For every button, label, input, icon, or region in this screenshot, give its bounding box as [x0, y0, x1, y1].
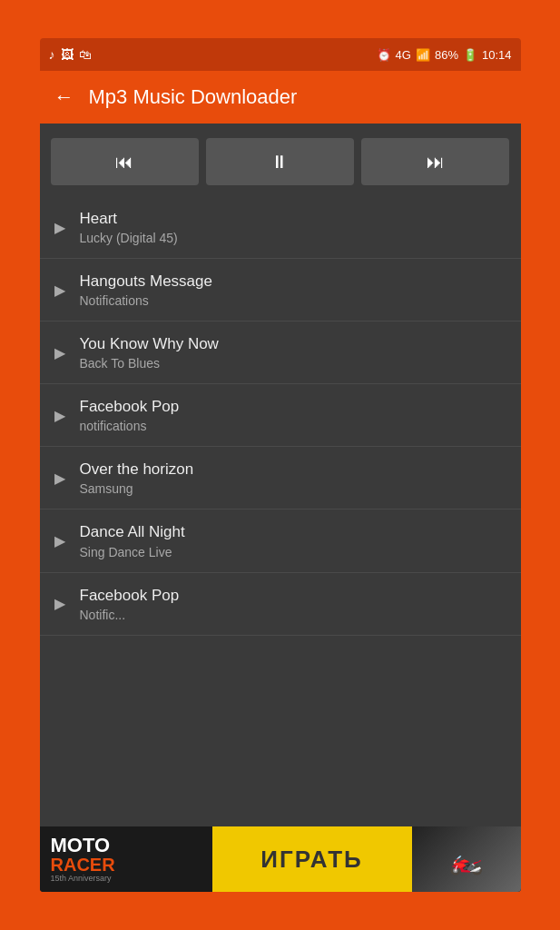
track-item[interactable]: ▶ Facebook Pop notifications: [40, 384, 521, 447]
track-info: Dance All Night Sing Dance Live: [80, 522, 185, 559]
pause-button[interactable]: ⏸: [206, 138, 354, 185]
track-item[interactable]: ▶ Facebook Pop Notific...: [40, 573, 521, 636]
play-icon: ▶: [54, 595, 65, 612]
moto-racer-logo: MOTO RACER 15th Anniversary: [51, 836, 115, 883]
ad-play-button[interactable]: ИГРАТЬ: [212, 826, 412, 892]
track-info: You Know Why Now Back To Blues: [80, 334, 219, 371]
track-title: You Know Why Now: [80, 334, 219, 354]
track-subtitle: notifications: [80, 419, 180, 433]
signal-icon: 📶: [416, 48, 430, 62]
track-subtitle: Sing Dance Live: [80, 545, 185, 559]
ad-banner[interactable]: MOTO RACER 15th Anniversary ИГРАТЬ 🏍️: [40, 826, 521, 892]
track-subtitle: Samsung: [80, 481, 194, 496]
status-left-icons: ♪ 🖼 🛍: [49, 47, 92, 62]
play-icon: ▶: [54, 470, 65, 487]
time-label: 10:14: [482, 48, 512, 62]
track-title: Hangouts Message: [80, 272, 212, 292]
briefcase-icon: 🛍: [79, 47, 92, 62]
track-info: Heart Lucky (Digital 45): [80, 209, 178, 245]
network-label: 4G: [396, 48, 411, 62]
play-icon: ▶: [54, 532, 65, 549]
app-title: Mp3 Music Downloader: [89, 85, 298, 109]
ad-left: MOTO RACER 15th Anniversary: [40, 826, 212, 892]
image-icon: 🖼: [61, 47, 74, 62]
track-info: Facebook Pop Notific...: [80, 586, 180, 622]
prev-button[interactable]: ⏮: [51, 138, 199, 185]
racer-text: RACER: [51, 856, 115, 874]
track-info: Hangouts Message Notifications: [80, 272, 212, 308]
alarm-icon: ⏰: [377, 48, 391, 62]
moto-text: MOTO: [51, 836, 111, 856]
track-item[interactable]: ▶ You Know Why Now Back To Blues: [40, 322, 521, 384]
app-bar: ← Mp3 Music Downloader: [40, 71, 521, 124]
track-item[interactable]: ▶ Dance All Night Sing Dance Live: [40, 510, 521, 572]
status-right-info: ⏰ 4G 📶 86% 🔋 10:14: [377, 48, 512, 62]
play-icon: ▶: [54, 344, 65, 361]
track-subtitle: Lucky (Digital 45): [80, 231, 178, 245]
track-title: Facebook Pop: [80, 586, 180, 606]
back-button[interactable]: ←: [54, 85, 74, 109]
anniversary-text: 15th Anniversary: [51, 874, 112, 883]
play-icon: ▶: [54, 282, 65, 299]
track-item[interactable]: ▶ Over the horizon Samsung: [40, 447, 521, 510]
track-subtitle: Back To Blues: [80, 356, 219, 371]
track-item[interactable]: ▶ Heart Lucky (Digital 45): [40, 196, 521, 259]
phone-frame: ♪ 🖼 🛍 ⏰ 4G 📶 86% 🔋 10:14 ← Mp3 Music Dow…: [40, 38, 521, 892]
track-subtitle: Notific...: [80, 608, 180, 622]
track-list: ▶ Heart Lucky (Digital 45) ▶ Hangouts Me…: [40, 196, 521, 826]
track-item[interactable]: ▶ Hangouts Message Notifications: [40, 259, 521, 322]
track-title: Heart: [80, 209, 178, 229]
track-title: Over the horizon: [80, 460, 194, 480]
track-info: Facebook Pop notifications: [80, 397, 180, 433]
track-title: Dance All Night: [80, 522, 185, 542]
ad-image: 🏍️: [412, 826, 521, 892]
main-content: ⏮ ⏸ ⏭ ▶ Heart Lucky (Digital 45) ▶ Hango…: [40, 124, 521, 892]
battery-icon: 🔋: [463, 48, 477, 62]
player-controls: ⏮ ⏸ ⏭: [40, 124, 521, 196]
battery-label: 86%: [435, 48, 458, 62]
track-info: Over the horizon Samsung: [80, 460, 194, 496]
track-title: Facebook Pop: [80, 397, 180, 417]
music-icon: ♪: [49, 47, 55, 62]
play-icon: ▶: [54, 407, 65, 424]
play-icon: ▶: [54, 219, 65, 236]
next-button[interactable]: ⏭: [361, 138, 509, 185]
track-subtitle: Notifications: [80, 293, 212, 308]
bike-icon: 🏍️: [449, 844, 483, 876]
status-bar: ♪ 🖼 🛍 ⏰ 4G 📶 86% 🔋 10:14: [40, 38, 521, 71]
